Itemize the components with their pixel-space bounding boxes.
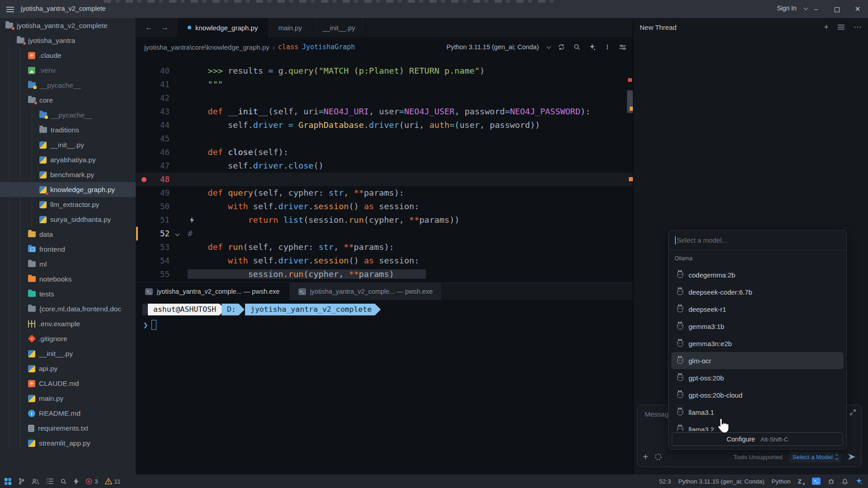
code-line[interactable]: 43 def __init__(self, uri=NEO4J_URI, use… <box>136 105 633 118</box>
explorer-item[interactable]: llm_extractor.py <box>0 197 136 212</box>
code-line[interactable]: 46 def close(self): <box>136 145 633 159</box>
warnings-indicator[interactable]: 11 <box>105 478 121 485</box>
select-model-button[interactable]: Select a Model <box>789 452 841 462</box>
explorer-item[interactable]: api.py <box>0 361 136 376</box>
model-item[interactable]: codegemma:2b <box>671 266 844 283</box>
language-mode[interactable]: Python <box>772 478 791 485</box>
line-number[interactable]: 41 <box>136 78 170 91</box>
explorer-item[interactable]: .venv <box>0 63 136 78</box>
explorer-item[interactable]: main.py <box>0 391 136 406</box>
line-number[interactable]: 51 <box>136 213 170 227</box>
explorer-item[interactable]: __init__.py <box>0 346 136 361</box>
explorer-item[interactable]: README.md <box>0 406 136 421</box>
line-number[interactable]: 54 <box>136 254 170 267</box>
explorer-item[interactable]: .gitignore <box>0 331 136 346</box>
line-number[interactable]: 48 <box>136 173 170 186</box>
explorer-item[interactable]: .env.example <box>0 316 136 331</box>
explorer-item[interactable]: __pycache__ <box>0 108 136 122</box>
model-item[interactable]: gemma3n:e2b <box>671 335 844 352</box>
terminal-tab-1[interactable]: >_ jyotisha_yantra_v2_comple... — pwsh.e… <box>136 283 289 300</box>
line-number[interactable]: 45 <box>136 132 170 145</box>
code-line[interactable]: 54 with self.driver.session() as session… <box>136 254 633 267</box>
explorer-item[interactable]: aryabhatiya.py <box>0 152 136 167</box>
explorer-item[interactable]: tests <box>0 286 136 301</box>
fold-chevron-icon[interactable] <box>175 232 180 236</box>
code-line[interactable]: 55 session.run(cypher, **params) <box>136 267 633 281</box>
explorer-item[interactable]: {core,ml,data,frontend,doc <box>0 301 136 316</box>
remote-grid-icon[interactable] <box>5 478 11 485</box>
explorer-item[interactable]: traditions <box>0 122 136 137</box>
code-line[interactable]: 45 <box>136 132 633 145</box>
close-button[interactable]: ✕ <box>847 0 868 18</box>
code-line[interactable]: 47 self.driver.close() <box>136 159 633 173</box>
model-item[interactable]: deepseek-coder:6.7b <box>671 283 844 300</box>
configure-button[interactable]: Configure Alt-Shift-C <box>672 432 843 446</box>
explorer-item[interactable]: __pycache__ <box>0 78 136 93</box>
line-number[interactable]: 47 <box>136 159 170 173</box>
line-number[interactable]: 49 <box>136 186 170 200</box>
minimize-button[interactable]: – <box>806 0 826 18</box>
errors-indicator[interactable]: 3 <box>85 478 98 485</box>
model-search-input[interactable]: Select a model... <box>669 230 846 250</box>
code-line[interactable]: 50 with self.driver.session() as session… <box>136 200 633 213</box>
explorer-item[interactable]: benchmark.py <box>0 167 136 182</box>
code-editor[interactable]: 40 >>> results = g.query("MATCH (p:Plane… <box>136 57 633 301</box>
line-number[interactable]: 40 <box>136 64 170 78</box>
model-item[interactable]: glm-ocr <box>671 352 844 369</box>
explorer-item[interactable]: surya_siddhanta.py <box>0 212 136 227</box>
explorer-item[interactable]: requirements.txt <box>0 421 136 436</box>
debug-bug-icon[interactable] <box>828 478 835 485</box>
explorer-item[interactable]: data <box>0 227 136 242</box>
explorer-item[interactable]: ml <box>0 257 136 272</box>
python-interpreter-selector[interactable]: Python 3.11.15 (gen_ai; Conda) <box>447 43 539 51</box>
model-item[interactable]: deepseek-r1 <box>671 300 844 318</box>
terminal-input-line[interactable]: ❯ <box>143 320 156 330</box>
tab-init[interactable]: __init__.py <box>312 18 366 37</box>
explorer-item[interactable]: __init__.py <box>0 137 136 152</box>
line-number[interactable]: 50 <box>136 200 170 213</box>
model-item[interactable]: llama3.1 <box>671 404 844 421</box>
copilot-sparkle-icon[interactable] <box>855 478 863 485</box>
code-line[interactable]: 51 return list(session.run(cypher, **par… <box>136 213 633 227</box>
code-line[interactable]: 42 <box>136 91 633 105</box>
line-number[interactable]: 53 <box>136 240 170 254</box>
status-interpreter[interactable]: Python 3.11.15 (gen_ai; Conda) <box>678 478 764 485</box>
checklist-icon[interactable] <box>46 478 53 484</box>
line-number[interactable]: 52 <box>136 227 170 240</box>
explorer-item[interactable]: frontend <box>0 242 136 257</box>
explorer-item[interactable]: jyotisha_yantra_v2_complete <box>0 18 136 33</box>
more-options-icon[interactable]: ⋯ <box>854 22 862 32</box>
search-icon[interactable] <box>573 43 580 51</box>
sign-in-button[interactable]: Sign In <box>777 5 797 12</box>
zen-icon[interactable]: Z <box>798 478 805 485</box>
line-number[interactable]: 46 <box>136 145 170 159</box>
thread-list-icon[interactable] <box>838 24 844 30</box>
file-explorer[interactable]: jyotisha_yantra_v2_completejyotisha_yant… <box>0 18 136 474</box>
explorer-item[interactable]: .claude <box>0 48 136 63</box>
sparkles-icon[interactable] <box>588 43 596 51</box>
model-item[interactable]: llama3.2 <box>671 421 844 432</box>
status-terminal-icon[interactable]: >_ <box>812 478 821 485</box>
breadcrumb-class-name[interactable]: JyotishaGraph <box>302 43 355 51</box>
model-item[interactable]: gemma3:1b <box>671 318 844 335</box>
nav-back-icon[interactable]: ← <box>145 23 153 32</box>
breadcrumb[interactable]: jyotisha_yantra\core\knowledge_graph.py … <box>136 37 633 57</box>
code-line[interactable]: 48 <box>136 173 633 186</box>
code-line[interactable]: 52# <box>136 227 633 240</box>
bell-icon[interactable] <box>842 478 848 485</box>
terminal-tab-2[interactable]: >_ jyotisha_yantra_v2_comple... — pwsh.e… <box>289 283 443 300</box>
line-number[interactable]: 43 <box>136 105 170 118</box>
code-line[interactable]: 44 self.driver = GraphDatabase.driver(ur… <box>136 118 633 132</box>
menu-hamburger-icon[interactable] <box>6 5 14 12</box>
maximize-button[interactable] <box>826 0 847 18</box>
explorer-item[interactable]: CLAUDE.md <box>0 376 136 391</box>
tab-knowledge-graph[interactable]: knowledge_graph.py <box>178 18 268 37</box>
status-search-icon[interactable] <box>60 478 67 485</box>
explorer-item[interactable]: jyotisha_yantra <box>0 33 136 48</box>
cursor-position[interactable]: 52:3 <box>659 478 671 485</box>
explorer-item[interactable]: ✕knowledge_graph.py <box>0 182 136 197</box>
model-item[interactable]: gpt-oss:20b-cloud <box>671 386 844 404</box>
interpreter-chevron-icon[interactable] <box>547 44 551 49</box>
web-tools-icon[interactable] <box>655 453 662 460</box>
attach-icon[interactable]: + <box>643 452 648 462</box>
